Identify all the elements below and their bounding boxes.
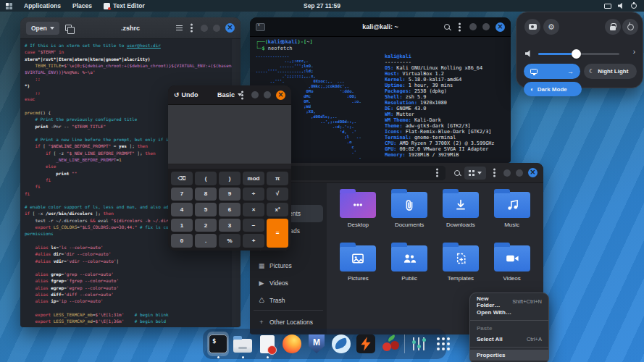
menu-item-open-with-[interactable]: Open With… xyxy=(470,307,548,318)
focused-app-menu[interactable]: Text Editor xyxy=(98,0,151,12)
hamburger-menu-icon[interactable] xyxy=(176,25,183,26)
volume-knob[interactable] xyxy=(572,49,581,59)
folder-videos[interactable]: Videos xyxy=(486,245,538,296)
dock-item-metasploit[interactable] xyxy=(306,332,327,356)
calc-key-5[interactable]: 5 xyxy=(195,203,217,216)
kebab-menu-icon[interactable] xyxy=(459,26,461,28)
folder-public[interactable]: Public xyxy=(384,245,435,296)
kebab-menu-icon[interactable] xyxy=(241,94,243,96)
minimize-button[interactable] xyxy=(201,25,208,32)
system-status-area[interactable] xyxy=(604,3,644,9)
dock-item-app-grid[interactable] xyxy=(432,332,454,356)
maximize-button[interactable] xyxy=(482,23,490,30)
calc-key-÷[interactable]: ÷ xyxy=(243,188,264,201)
moon-icon: ☾ xyxy=(589,68,594,75)
calc-key-√[interactable]: √ xyxy=(267,188,288,201)
view-toggle-button[interactable] xyxy=(464,167,486,180)
volume-submenu-arrow[interactable]: › xyxy=(633,48,635,56)
calc-key-⌫[interactable]: ⌫ xyxy=(171,172,193,185)
calc-key-2[interactable]: 2 xyxy=(195,219,217,232)
calc-key-mod[interactable]: mod xyxy=(243,172,264,185)
minimize-button[interactable] xyxy=(251,91,259,98)
minimize-button[interactable] xyxy=(503,169,511,177)
neofetch-row: CPU: AMD Ryzen 7 3700X (2) @ 3.599GHz xyxy=(385,140,505,146)
settings-button[interactable]: ⚙ xyxy=(543,19,559,35)
path-menu-icon[interactable] xyxy=(436,172,438,174)
calc-key-7[interactable]: 7 xyxy=(171,188,193,201)
folder-icon xyxy=(340,192,376,218)
calculator-display[interactable] xyxy=(168,105,291,164)
screenshot-button[interactable] xyxy=(524,19,540,35)
sidebar-item-trash[interactable]: ♺Trash xyxy=(254,292,323,309)
wireshark-icon xyxy=(332,334,351,353)
calc-key-×[interactable]: × xyxy=(243,203,264,216)
calc-key-6[interactable]: 6 xyxy=(219,203,241,216)
calc-key-([interactable]: ( xyxy=(195,172,217,185)
close-button[interactable] xyxy=(276,90,285,100)
calc-key-+[interactable]: + xyxy=(243,234,264,248)
menu-item-properties[interactable]: Properties xyxy=(470,350,548,361)
calc-key-x²[interactable]: x² xyxy=(267,203,288,216)
close-button[interactable] xyxy=(528,168,538,177)
workspace-grid-icon xyxy=(6,3,12,9)
folder-documents[interactable]: Documents xyxy=(384,192,435,243)
neofetch-row: Shell: zsh 5.9 xyxy=(385,94,505,100)
calc-key-=[interactable]: = xyxy=(267,219,288,248)
open-button[interactable]: Open xyxy=(26,22,59,35)
undo-button[interactable]: ↺ Undo xyxy=(174,91,198,98)
calc-key-%[interactable]: % xyxy=(219,234,241,248)
calc-key-)[interactable]: ) xyxy=(219,172,241,185)
maximize-button[interactable] xyxy=(213,25,220,32)
dock-item-wireshark[interactable] xyxy=(330,332,352,356)
dock-item-tweaks[interactable] xyxy=(408,332,430,356)
minimize-button[interactable] xyxy=(469,23,477,30)
calc-key-4[interactable]: 4 xyxy=(171,203,193,216)
close-button[interactable] xyxy=(225,23,235,33)
places-menu[interactable]: Places xyxy=(67,0,98,12)
lock-button[interactable] xyxy=(605,19,621,35)
sidebar-item-videos[interactable]: ▶Videos xyxy=(254,274,323,292)
dock-item-firefox[interactable] xyxy=(281,332,303,356)
calc-key-0[interactable]: 0 xyxy=(171,234,193,248)
power-icon xyxy=(627,24,634,30)
power-button[interactable] xyxy=(622,19,638,35)
calc-key-−[interactable]: − xyxy=(243,219,264,232)
volume-slider[interactable]: › xyxy=(524,49,635,59)
maximize-button[interactable] xyxy=(264,91,271,98)
search-icon[interactable] xyxy=(454,170,460,176)
calc-key-3[interactable]: 3 xyxy=(219,219,241,232)
night-light-toggle[interactable]: ☾ Night Light xyxy=(584,64,637,79)
camera-icon xyxy=(529,24,537,30)
workspace-switcher[interactable] xyxy=(0,0,18,12)
menu-item-new-folder-[interactable]: New Folder…Shift+Ctrl+N xyxy=(470,296,548,307)
kebab-menu-icon[interactable] xyxy=(493,172,495,174)
folder-icon xyxy=(340,245,376,272)
dock-item-burpsuite[interactable] xyxy=(355,332,377,356)
dock-item-files[interactable] xyxy=(232,332,254,356)
folder-desktop[interactable]: Desktop xyxy=(333,192,384,243)
sidebar-item-pictures[interactable]: ▦Pictures xyxy=(254,257,323,274)
calc-key-9[interactable]: 9 xyxy=(219,188,241,201)
dark-mode-toggle[interactable]: ◐ Dark Mode xyxy=(524,82,582,96)
kebab-menu-icon[interactable] xyxy=(191,27,193,29)
dock-item-text-editor[interactable] xyxy=(256,332,278,356)
calc-key-π[interactable]: π xyxy=(267,172,288,185)
sidebar-item-other-locations[interactable]: + Other Locations xyxy=(254,310,323,331)
close-button[interactable] xyxy=(495,22,505,32)
calc-key-.[interactable]: . xyxy=(195,234,217,248)
applications-menu[interactable]: Applications xyxy=(18,0,67,12)
maximize-button[interactable] xyxy=(516,169,523,177)
folder-templates[interactable]: Templates xyxy=(435,245,487,296)
calc-key-8[interactable]: 8 xyxy=(195,188,217,201)
dock-item-terminal[interactable] xyxy=(207,332,229,356)
metasploit-icon xyxy=(309,334,325,353)
dock-item-cherrytree[interactable] xyxy=(380,332,401,356)
calc-key-1[interactable]: 1 xyxy=(171,219,193,232)
folder-pictures[interactable]: Pictures xyxy=(333,245,384,296)
display-toggle[interactable]: → xyxy=(524,64,580,79)
new-tab-icon[interactable] xyxy=(65,25,72,31)
menu-item-select-all[interactable]: Select AllCtrl+A xyxy=(470,334,548,345)
search-icon[interactable] xyxy=(444,24,450,30)
folder-downloads[interactable]: Downloads xyxy=(435,192,487,243)
folder-music[interactable]: Music xyxy=(486,192,538,243)
